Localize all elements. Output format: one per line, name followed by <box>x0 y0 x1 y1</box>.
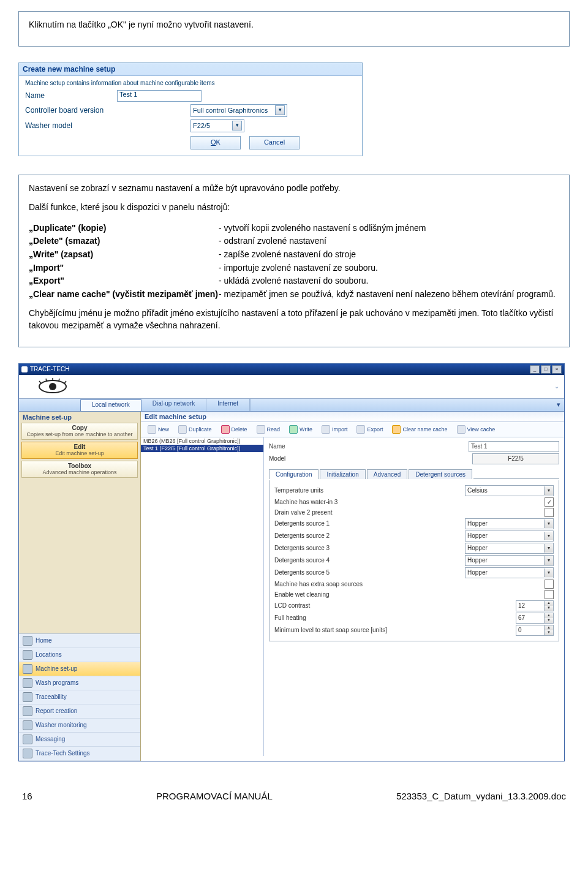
model-field: F22/5 <box>472 453 559 464</box>
def-term: „Clear name cache" (vyčistit mezipaměť j… <box>29 289 219 301</box>
left-section[interactable]: EditEdit machine set-up <box>21 442 138 459</box>
toolbar-icon <box>289 425 298 434</box>
config-tab[interactable]: Initialization <box>320 469 365 479</box>
toolbar-button[interactable]: Read <box>252 424 285 435</box>
nav-icon <box>23 678 32 688</box>
nav-icon <box>23 664 32 674</box>
nav-item[interactable]: Trace-Tech Settings <box>19 747 140 761</box>
toolbar-icon <box>322 425 330 434</box>
config-tab[interactable]: Detergent sources <box>409 469 472 479</box>
toolbar-button[interactable]: Write <box>285 424 317 435</box>
box2-intro1: Nastavení se zobrazí v seznamu nastavení… <box>29 183 559 195</box>
wm-label: Washer model <box>25 121 190 130</box>
left-section[interactable]: ToolboxAdvanced machine operations <box>21 461 138 478</box>
overflow-icon[interactable]: ▾ <box>557 401 560 409</box>
maximize-icon[interactable]: □ <box>541 365 551 374</box>
nav-icon <box>23 650 32 660</box>
left-section[interactable]: CopyCopies set-up from one machine to an… <box>21 423 138 440</box>
nav-icon <box>23 735 32 744</box>
def-desc: - mezipaměť jmen se používá, když nastav… <box>219 289 559 301</box>
config-spinner[interactable]: 67▲▼ <box>516 613 554 624</box>
toolbar: NewDuplicateDeleteReadWriteImportExportC… <box>141 422 564 437</box>
toolbar-icon <box>178 425 187 434</box>
toolbar-icon <box>356 425 365 434</box>
app-title: TRACE-TECH <box>30 366 69 372</box>
config-row: Detergents source 3Hopper▾ <box>274 543 554 554</box>
toolbar-icon <box>392 425 401 434</box>
file-list[interactable]: MB26 (MB26 [Full control Graphitronic])T… <box>141 437 264 756</box>
config-select[interactable]: Celsius▾ <box>465 485 554 496</box>
config-checkbox[interactable]: ✓ <box>545 497 554 507</box>
net-tab[interactable]: Internet <box>206 399 250 411</box>
name-input[interactable]: Test 1 <box>117 90 202 102</box>
collapse-toggle[interactable]: ⌄ <box>554 383 564 390</box>
toolbar-icon <box>257 425 265 434</box>
nav-icon <box>23 749 32 758</box>
toolbar-icon <box>148 425 156 434</box>
chevron-down-icon: ▾ <box>544 519 553 528</box>
box2-outro: Chybějícímu jménu je možno přiřadit jmén… <box>29 308 559 331</box>
config-spinner[interactable]: 12▲▼ <box>516 600 554 611</box>
chevron-down-icon: ▾ <box>544 556 553 565</box>
config-select[interactable]: Hopper▾ <box>465 543 554 554</box>
def-desc: - odstraní zvolené nastavení <box>219 235 559 247</box>
config-checkbox[interactable] <box>545 590 554 599</box>
net-tab[interactable]: Dial-up network <box>141 399 206 411</box>
nav-item[interactable]: Locations <box>19 648 140 662</box>
def-desc: - zapíše zvolené nastavení do stroje <box>219 249 559 261</box>
detail-panel: Name Test 1 Model F22/5 ConfigurationIni… <box>264 437 564 756</box>
config-select[interactable]: Hopper▾ <box>465 555 554 566</box>
config-spinner[interactable]: 0▲▼ <box>516 625 554 636</box>
def-desc: - vytvoří kopii zvoleného nastavení s od… <box>219 222 559 235</box>
toolbar-button[interactable]: Import <box>317 424 352 435</box>
file-item[interactable]: MB26 (MB26 [Full control Graphitronic]) <box>141 437 263 445</box>
net-tab[interactable]: Local network <box>80 399 141 411</box>
config-row: Drain valve 2 present <box>274 508 554 517</box>
nav-item[interactable]: Home <box>19 634 140 648</box>
config-checkbox[interactable] <box>545 580 554 589</box>
cancel-button[interactable]: Cancel <box>249 136 300 149</box>
dialog-subtitle: Machine setup contains information about… <box>25 80 356 86</box>
chevron-down-icon: ▾ <box>232 121 242 130</box>
text-box-2: Nastavení se zobrazí v seznamu nastavení… <box>18 175 570 347</box>
dialog-title: Create new machine setup <box>19 63 362 76</box>
config-form: Temperature unitsCelsius▾Machine has wat… <box>269 480 559 641</box>
nav-item[interactable]: Washer monitoring <box>19 719 140 733</box>
config-select[interactable]: Hopper▾ <box>465 567 554 578</box>
toolbar-button[interactable]: Duplicate <box>174 424 216 435</box>
nav-icon <box>23 636 32 646</box>
file-item[interactable]: Test 1 (F22/5 [Full control Graphitronic… <box>141 445 263 452</box>
toolbar-button[interactable]: Export <box>352 424 387 435</box>
nav-item[interactable]: Machine set-up <box>19 662 140 676</box>
right-header: Edit machine setup <box>141 412 564 422</box>
toolbar-button[interactable]: New <box>143 424 173 435</box>
footer-center: PROGRAMOVACÍ MANUÁL <box>156 791 273 801</box>
toolbar-button[interactable]: View cache <box>453 424 500 435</box>
config-select[interactable]: Hopper▾ <box>465 518 554 529</box>
config-row: LCD contrast12▲▼ <box>274 600 554 611</box>
wm-select[interactable]: F22/5 ▾ <box>190 119 244 132</box>
toolbar-button[interactable]: Clear name cache <box>388 424 451 435</box>
nav-item[interactable]: Traceability <box>19 690 140 704</box>
nav-item[interactable]: Wash programs <box>19 676 140 690</box>
config-checkbox[interactable] <box>545 508 554 517</box>
ok-button[interactable]: OK <box>190 136 241 149</box>
nav-item[interactable]: Report creation <box>19 704 140 719</box>
name-field[interactable]: Test 1 <box>469 441 559 452</box>
def-term: „Delete" (smazat) <box>29 235 219 247</box>
cbv-select[interactable]: Full control Graphitronics ▾ <box>190 104 287 117</box>
toolbar-button[interactable]: Delete <box>217 424 252 435</box>
config-row: Enable wet cleaning <box>274 590 554 599</box>
svg-point-1 <box>49 383 56 390</box>
config-row: Minimum level to start soap source [unit… <box>274 625 554 636</box>
close-icon[interactable]: × <box>552 365 562 374</box>
config-select[interactable]: Hopper▾ <box>465 531 554 542</box>
minimize-icon[interactable]: _ <box>530 365 540 374</box>
text-box-1: Kliknutím na tlačítko „OK" je nyní možno… <box>18 11 570 47</box>
nav-item[interactable]: Messaging <box>19 733 140 747</box>
config-row: Detergents source 2Hopper▾ <box>274 531 554 542</box>
config-tab[interactable]: Advanced <box>367 469 407 479</box>
config-tab[interactable]: Configuration <box>269 469 318 479</box>
page-number: 16 <box>22 791 32 801</box>
nav-icon <box>23 692 32 702</box>
